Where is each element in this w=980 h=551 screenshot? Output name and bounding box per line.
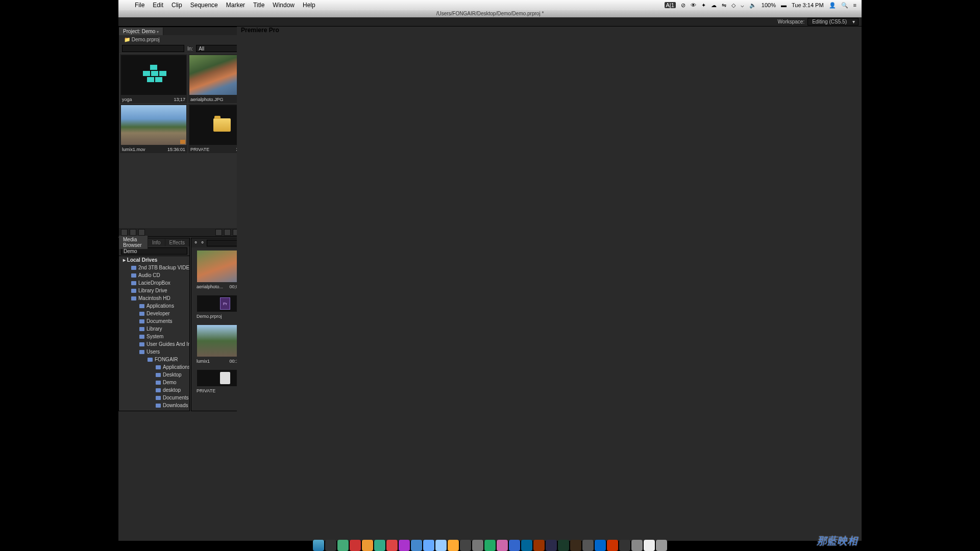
tree-item[interactable]: 2nd 3TB Backup VIDEO bbox=[119, 264, 189, 271]
tree-item[interactable]: Developer bbox=[119, 310, 189, 317]
tree-item[interactable]: LacieDropBox bbox=[119, 279, 189, 287]
info-tab[interactable]: Info bbox=[148, 239, 165, 246]
spotlight-icon[interactable]: 🔍 bbox=[841, 2, 848, 9]
dock-app-icon[interactable] bbox=[533, 540, 545, 551]
dock-app-icon[interactable] bbox=[644, 540, 655, 551]
dock-app-icon[interactable] bbox=[435, 540, 447, 551]
dock-app-icon[interactable] bbox=[595, 540, 606, 551]
dock-app-icon[interactable] bbox=[472, 540, 483, 551]
tree-item[interactable]: Macintosh HD bbox=[119, 294, 189, 302]
dock-app-icon[interactable] bbox=[521, 540, 532, 551]
dock-app-icon[interactable] bbox=[484, 540, 496, 551]
tree-item[interactable]: Desktop bbox=[119, 371, 189, 379]
tree-item[interactable]: desktop bbox=[119, 386, 189, 394]
dock-finder-icon[interactable] bbox=[313, 540, 324, 551]
dock-app-icon[interactable] bbox=[497, 540, 508, 551]
tree-item[interactable]: Library Drive bbox=[119, 287, 189, 294]
filter-icon[interactable]: ⚬ bbox=[193, 239, 198, 246]
dock-app-icon[interactable] bbox=[386, 540, 398, 551]
dock-app-icon[interactable] bbox=[631, 540, 643, 551]
mac-dock bbox=[118, 538, 862, 551]
media-browser-panel: Media Browser Info Effects Demo ▸ Local … bbox=[118, 238, 190, 411]
spotlight-icon[interactable]: 👤 bbox=[829, 2, 836, 9]
mac-menubar: Premiere Pro File Edit Clip Sequence Mar… bbox=[118, 0, 862, 10]
workspace-select[interactable]: Editing (CS5.5) bbox=[807, 18, 859, 26]
find-icon[interactable] bbox=[224, 229, 231, 236]
status-icon[interactable]: ⇋ bbox=[722, 2, 726, 9]
project-tab[interactable]: Project: Demo▾ bbox=[119, 28, 163, 35]
media-browser-tab[interactable]: Media Browser bbox=[119, 236, 148, 249]
battery-icon[interactable]: ▬ bbox=[781, 2, 787, 8]
document-title: /Users/FONGAIR/Desktop/Demo/Demo.prproj … bbox=[118, 10, 862, 17]
status-icon[interactable]: ◇ bbox=[731, 2, 736, 9]
tree-item[interactable]: System bbox=[119, 333, 189, 340]
notification-center-icon[interactable]: ≡ bbox=[853, 2, 856, 8]
dock-app-icon[interactable] bbox=[509, 540, 520, 551]
dock-app-icon[interactable] bbox=[325, 540, 336, 551]
dock-app-icon[interactable] bbox=[399, 540, 410, 551]
dock-app-icon[interactable] bbox=[411, 540, 422, 551]
folder-icon bbox=[213, 118, 231, 132]
ingest-icon[interactable]: ⚬ bbox=[200, 239, 205, 246]
tree-item[interactable]: User Guides And In bbox=[119, 340, 189, 348]
icon-view-icon[interactable] bbox=[130, 229, 136, 236]
creative-cloud-icon[interactable]: A|1 bbox=[665, 2, 676, 8]
freeform-view-icon[interactable] bbox=[138, 229, 145, 236]
list-view-icon[interactable] bbox=[121, 229, 128, 236]
status-icon[interactable]: 👁 bbox=[691, 2, 696, 8]
menu-sequence[interactable]: Sequence bbox=[186, 2, 222, 9]
dock-app-icon[interactable] bbox=[570, 540, 581, 551]
tree-item[interactable]: Documents bbox=[119, 317, 189, 325]
dock-app-icon[interactable] bbox=[362, 540, 373, 551]
workspace-bar: Workspace: Editing (CS5.5) bbox=[118, 17, 862, 27]
tree-item[interactable]: Demo bbox=[119, 379, 189, 386]
media-browser-tree[interactable]: ▸ Local Drives2nd 3TB Backup VIDEOAudio … bbox=[119, 256, 189, 409]
bin-item[interactable]: yoga13;17 bbox=[120, 54, 187, 103]
battery-percent: 100% bbox=[762, 2, 776, 8]
dock-app-icon[interactable] bbox=[607, 540, 618, 551]
in-label: In: bbox=[187, 46, 193, 52]
menu-edit[interactable]: Edit bbox=[149, 2, 167, 9]
status-icon[interactable]: ☁ bbox=[711, 2, 717, 9]
tree-item[interactable]: Audio CD bbox=[119, 271, 189, 279]
dock-app-icon[interactable] bbox=[582, 540, 594, 551]
automate-icon[interactable] bbox=[215, 229, 222, 236]
dock-app-icon[interactable] bbox=[619, 540, 630, 551]
tree-item[interactable]: Library bbox=[119, 325, 189, 333]
volume-icon[interactable]: 🔈 bbox=[749, 2, 756, 9]
tree-item[interactable]: Downloads bbox=[119, 402, 189, 409]
tree-item[interactable]: Users bbox=[119, 348, 189, 356]
project-search-input[interactable] bbox=[122, 45, 184, 52]
status-icon[interactable]: ✦ bbox=[701, 2, 706, 9]
wifi-icon[interactable]: ⌵ bbox=[741, 2, 744, 9]
dock-app-icon[interactable] bbox=[460, 540, 471, 551]
menu-window[interactable]: Window bbox=[268, 2, 299, 9]
dock-premiere-icon[interactable] bbox=[546, 540, 557, 551]
dock-app-icon[interactable] bbox=[423, 540, 434, 551]
clock[interactable]: Tue 3:14 PM bbox=[792, 2, 824, 8]
dock-app-icon[interactable] bbox=[558, 540, 569, 551]
dock-app-icon[interactable] bbox=[350, 540, 361, 551]
effects-tab[interactable]: Effects bbox=[165, 239, 189, 246]
menu-file[interactable]: File bbox=[131, 2, 149, 9]
dock-app-icon[interactable] bbox=[448, 540, 459, 551]
watermark: 那藍映相 bbox=[817, 534, 857, 548]
project-breadcrumb[interactable]: 📁 Demo.prproj bbox=[124, 37, 160, 42]
menu-clip[interactable]: Clip bbox=[167, 2, 186, 9]
thumbnail bbox=[121, 105, 186, 145]
dock-app-icon[interactable] bbox=[337, 540, 349, 551]
dock-trash-icon[interactable] bbox=[656, 540, 667, 551]
tree-item[interactable]: Applications bbox=[119, 363, 189, 371]
menu-title[interactable]: Title bbox=[249, 2, 268, 9]
dock-app-icon[interactable] bbox=[374, 540, 385, 551]
menu-marker[interactable]: Marker bbox=[222, 2, 249, 9]
tree-item[interactable]: Applications bbox=[119, 302, 189, 310]
menu-help[interactable]: Help bbox=[299, 2, 320, 9]
sequence-icon bbox=[141, 65, 166, 85]
status-icon[interactable]: ⊘ bbox=[681, 2, 685, 9]
tree-item[interactable]: Documents bbox=[119, 394, 189, 402]
workspace-label: Workspace: bbox=[778, 19, 805, 24]
tree-item[interactable]: ▸ Local Drives bbox=[119, 256, 189, 264]
tree-item[interactable]: FONGAIR bbox=[119, 356, 189, 363]
bin-item[interactable]: lumix1.mov15:36:01 bbox=[120, 104, 187, 153]
